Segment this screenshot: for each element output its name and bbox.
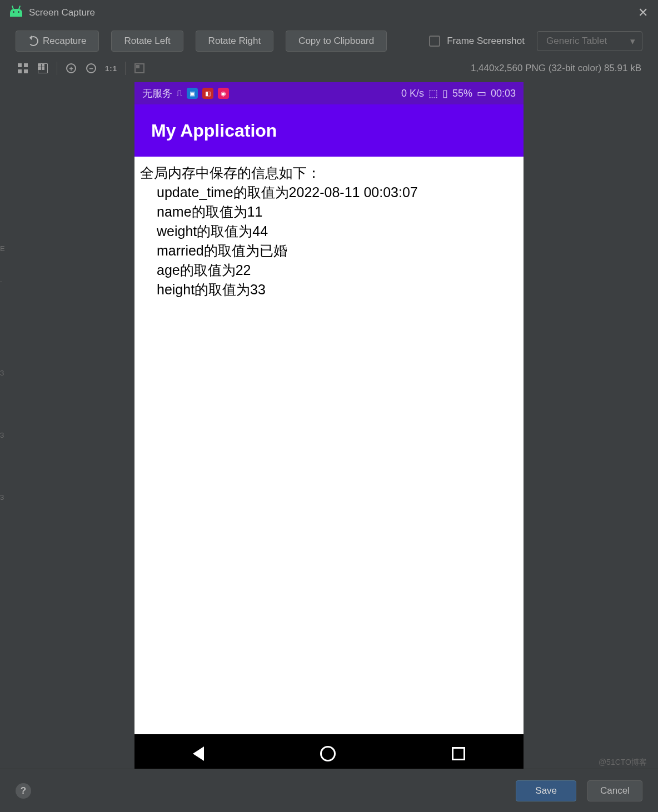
grid9-icon[interactable] (37, 62, 49, 74)
window-title: Screen Capture (29, 7, 95, 18)
device-dropdown[interactable]: Generic Tablet (537, 31, 642, 51)
content-line: height的取值为33 (140, 280, 518, 299)
help-button[interactable]: ? (16, 783, 31, 799)
recapture-button[interactable]: Recapture (16, 31, 99, 52)
recents-icon[interactable] (452, 747, 465, 760)
android-icon (10, 9, 22, 17)
recapture-label: Recapture (43, 36, 86, 47)
plus-icon: + (66, 63, 76, 73)
image-info: 1,440x2,560 PNG (32-bit color) 85.91 kB (471, 63, 641, 74)
usb-icon: ⎍ (177, 88, 182, 98)
frame-screenshot-label: Frame Screenshot (447, 36, 525, 47)
app-content: 全局内存中保存的信息如下： update_time的取值为2022-08-11 … (134, 157, 524, 734)
app-bar: My Application (134, 104, 524, 157)
bottom-bar: ? Save Cancel (0, 769, 658, 812)
battery-text: 55% (452, 88, 472, 99)
preview-area: 无服务 ⎍ ▣ ◧ ◉ 0 K/s ⬚ ▯ 55% ▭ 00:03 My App… (0, 82, 658, 769)
android-nav-bar (134, 734, 524, 769)
box-icon[interactable] (133, 62, 146, 74)
titlebar: Screen Capture ✕ (0, 0, 658, 26)
cancel-button[interactable]: Cancel (587, 780, 642, 801)
notif-icon-2: ◧ (202, 88, 213, 99)
separator (57, 62, 57, 75)
app-title: My Application (151, 121, 277, 141)
content-line: married的取值为已婚 (140, 241, 518, 260)
separator (125, 62, 126, 75)
frame-screenshot-checkbox[interactable]: Frame Screenshot (429, 36, 525, 47)
content-line: age的取值为22 (140, 260, 518, 280)
rotate-left-button[interactable]: Rotate Left (111, 31, 183, 52)
notif-icon-3: ◉ (218, 88, 229, 99)
actual-size-button[interactable]: 1:1 (105, 62, 117, 74)
content-line: update_time的取值为2022-08-11 00:03:07 (140, 183, 518, 202)
sim-icon: ▯ (442, 87, 448, 99)
notif-icon-1: ▣ (187, 88, 198, 99)
checkbox-icon (429, 36, 440, 47)
copy-clipboard-button[interactable]: Copy to Clipboard (286, 31, 387, 52)
content-line: name的取值为11 (140, 202, 518, 222)
close-icon[interactable]: ✕ (638, 6, 648, 20)
clock-text: 00:03 (491, 88, 516, 99)
save-button[interactable]: Save (516, 780, 576, 801)
rotate-right-button[interactable]: Rotate Right (196, 31, 274, 52)
zoom-in-button[interactable]: + (65, 62, 77, 74)
status-bar: 无服务 ⎍ ▣ ◧ ◉ 0 K/s ⬚ ▯ 55% ▭ 00:03 (134, 82, 524, 104)
watermark: @51CTO博客 (599, 758, 647, 768)
phone-frame: 无服务 ⎍ ▣ ◧ ◉ 0 K/s ⬚ ▯ 55% ▭ 00:03 My App… (134, 82, 524, 769)
iconbar: + − 1:1 1,440x2,560 PNG (32-bit color) 8… (0, 57, 658, 80)
carrier-text: 无服务 (142, 87, 172, 100)
grid4-icon[interactable] (17, 62, 29, 74)
refresh-icon (28, 36, 38, 46)
minus-icon: − (86, 63, 96, 73)
net-speed: 0 K/s (401, 88, 424, 99)
zoom-out-button[interactable]: − (85, 62, 97, 74)
content-header: 全局内存中保存的信息如下： (140, 165, 321, 181)
content-line: weight的取值为44 (140, 222, 518, 241)
battery-icon: ▭ (477, 87, 486, 99)
home-icon[interactable] (320, 746, 336, 761)
toolbar: Recapture Rotate Left Rotate Right Copy … (0, 26, 658, 57)
wifi-icon: ⬚ (428, 87, 438, 99)
back-icon[interactable] (193, 746, 204, 761)
